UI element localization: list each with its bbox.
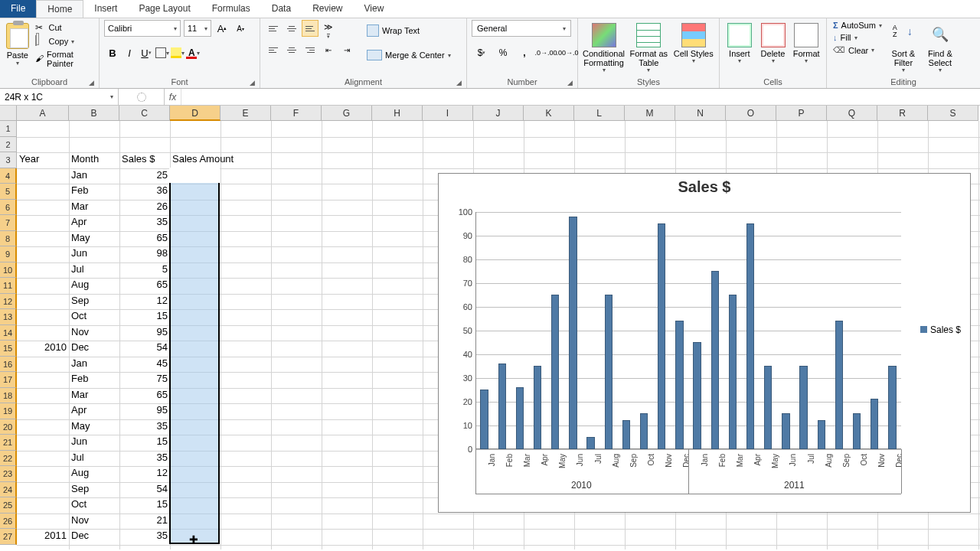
cell-C13[interactable]: 15 [119,309,170,325]
cell-B12[interactable]: Sep [69,294,119,310]
merge-center-button[interactable]: Merge & Center▾ [363,44,455,66]
clear-button[interactable]: Clear▾ [831,44,884,56]
underline-button[interactable]: U▾ [138,44,155,61]
row-header-4[interactable]: 4 [0,168,17,184]
row-header-20[interactable]: 20 [0,419,17,435]
bold-button[interactable]: B [104,44,121,61]
cell-B6[interactable]: Mar [69,200,119,216]
cell-C11[interactable]: 65 [119,278,170,294]
format-as-table-button[interactable]: Format as Table▾ [628,20,669,74]
row-header-13[interactable]: 13 [0,309,17,325]
cell-C9[interactable]: 98 [119,246,170,262]
cell-B20[interactable]: May [69,419,119,435]
col-header-D[interactable]: D [170,106,220,121]
font-name-select[interactable]: Calibri▾ [104,20,181,37]
cell-C19[interactable]: 95 [119,403,170,419]
cell-C14[interactable]: 95 [119,325,170,341]
format-painter-button[interactable]: Format Painter [34,49,94,69]
format-cells-button[interactable]: Format▾ [791,20,822,65]
cell-B11[interactable]: Aug [69,278,119,294]
row-header-5[interactable]: 5 [0,184,17,200]
select-all-corner[interactable] [0,106,17,121]
row-header-7[interactable]: 7 [0,215,17,231]
row-header-3[interactable]: 3 [0,152,17,168]
cell-C24[interactable]: 54 [119,482,170,498]
cell-B17[interactable]: Feb [69,372,119,388]
col-header-Q[interactable]: Q [827,106,877,121]
cell-C26[interactable]: 21 [119,514,170,530]
decrease-indent-button[interactable]: ⇤ [320,41,337,58]
cut-button[interactable]: Cut [34,21,94,34]
copy-button[interactable]: Copy▾ [34,35,94,47]
cell-B18[interactable]: Mar [69,388,119,404]
tab-file[interactable]: File [0,0,36,18]
cell-A3[interactable]: Year [17,152,69,168]
col-header-S[interactable]: S [928,106,978,121]
cell-B22[interactable]: Jul [69,451,119,467]
fill-button[interactable]: Fill▾ [831,32,884,43]
insert-cells-button[interactable]: Insert▾ [724,20,755,65]
autosum-button[interactable]: AutoSum▾ [831,20,884,31]
tab-review[interactable]: Review [302,0,353,18]
col-header-H[interactable]: H [372,106,423,121]
cell-B15[interactable]: Dec [69,341,119,357]
cell-C12[interactable]: 12 [119,294,170,310]
cell-B8[interactable]: May [69,231,119,247]
formula-input[interactable] [181,89,980,105]
cell-C10[interactable]: 5 [119,262,170,279]
cell-A27[interactable]: 2011 [17,529,69,545]
cell-B27[interactable]: Dec [69,529,119,545]
launcher-icon[interactable]: ◢ [567,79,573,86]
cell-C21[interactable]: 15 [119,435,170,451]
cell-B26[interactable]: Nov [69,514,119,530]
grow-font-button[interactable]: A▴ [214,20,230,37]
tab-insert[interactable]: Insert [83,0,128,18]
launcher-icon[interactable]: ◢ [456,79,462,86]
row-header-6[interactable]: 6 [0,200,17,216]
font-size-select[interactable]: 11▾ [184,20,211,37]
row-header-11[interactable]: 11 [0,278,17,294]
row-header-27[interactable]: 27 [0,529,17,545]
italic-button[interactable]: I [121,44,138,61]
row-header-12[interactable]: 12 [0,294,17,310]
decrease-decimal-button[interactable]: .00→.0 [557,44,577,61]
col-header-B[interactable]: B [69,106,119,121]
cell-B9[interactable]: Jun [69,246,119,262]
cell-C4[interactable]: 25 [119,168,170,184]
cell-B19[interactable]: Apr [69,403,119,419]
row-header-24[interactable]: 24 [0,482,17,498]
font-color-button[interactable]: ▾ [185,44,201,61]
row-header-23[interactable]: 23 [0,466,17,482]
row-header-2[interactable]: 2 [0,137,17,153]
col-header-C[interactable]: C [119,106,170,121]
row-header-16[interactable]: 16 [0,357,17,373]
cell-C27[interactable]: 35 [119,529,170,545]
launcher-icon[interactable]: ◢ [89,79,94,86]
tab-page-layout[interactable]: Page Layout [128,0,201,18]
row-header-22[interactable]: 22 [0,451,17,467]
row-header-25[interactable]: 25 [0,497,17,514]
col-header-E[interactable]: E [220,106,271,121]
align-bottom-button[interactable] [302,20,318,37]
cell-B23[interactable]: Aug [69,466,119,482]
cell-C5[interactable]: 36 [119,184,170,200]
find-select-button[interactable]: Find & Select▾ [923,20,957,74]
cell-C8[interactable]: 65 [119,231,170,247]
row-header-17[interactable]: 17 [0,372,17,388]
row-header-21[interactable]: 21 [0,435,17,451]
embedded-chart[interactable]: Sales $0102030405060708090100JanFebMarAp… [438,173,971,513]
cell-B5[interactable]: Feb [69,184,119,200]
align-middle-button[interactable] [283,20,300,37]
col-header-O[interactable]: O [726,106,776,121]
cell-C15[interactable]: 54 [119,341,170,357]
increase-indent-button[interactable]: ⇥ [338,41,355,58]
col-header-G[interactable]: G [322,106,372,121]
col-header-M[interactable]: M [625,106,675,121]
row-header-18[interactable]: 18 [0,388,17,404]
align-left-button[interactable] [265,41,282,58]
row-header-26[interactable]: 26 [0,514,17,530]
tab-home[interactable]: Home [36,0,83,18]
row-header-15[interactable]: 15 [0,341,17,357]
col-header-J[interactable]: J [473,106,524,121]
cell-B7[interactable]: Apr [69,215,119,231]
